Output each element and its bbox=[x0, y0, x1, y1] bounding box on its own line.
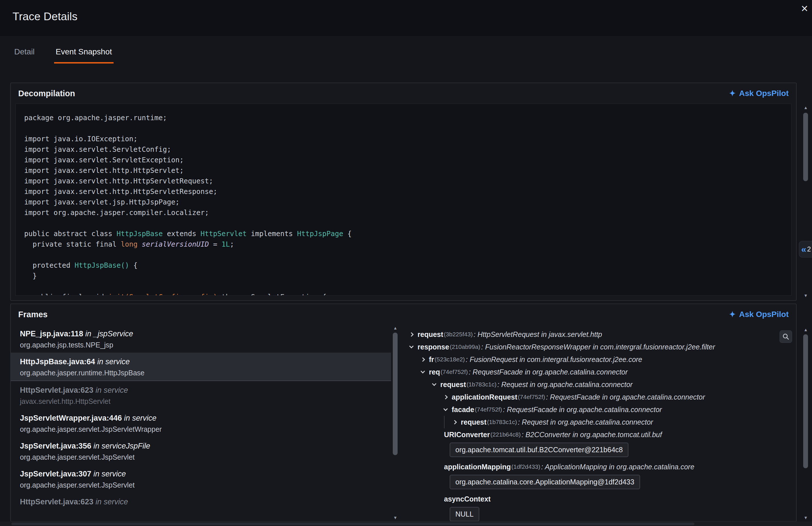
variable-row[interactable]: facade(74ef752f): RequestFacade in org.a… bbox=[400, 403, 796, 416]
scrollbar-thumb[interactable] bbox=[803, 113, 808, 181]
variable-id: (74ef752f) bbox=[518, 394, 545, 400]
code-scrollbar[interactable]: ▲ ▼ bbox=[802, 104, 809, 299]
variable-row: applicationMapping(1df2d433): Applicatio… bbox=[400, 460, 796, 473]
code-line: public abstract class HttpJspBase extend… bbox=[24, 228, 791, 239]
variable-row[interactable]: request(1b783c1c): Request in org.apache… bbox=[400, 378, 796, 391]
frames-scrollbar[interactable]: ▲ ▼ bbox=[391, 325, 400, 521]
variable-value: org.apache.catalina.core.ApplicationMapp… bbox=[450, 475, 640, 489]
code-line: import javax.servlet.ServletConfig; bbox=[24, 144, 791, 155]
frame-location: HttpServlet.java:623 in service bbox=[20, 386, 384, 395]
chevron-right-icon[interactable] bbox=[421, 357, 425, 362]
variable-row[interactable]: response(210ab99a): FusionReactorRespons… bbox=[400, 341, 796, 353]
search-icon bbox=[782, 333, 789, 340]
variable-type-description: : ApplicationMapping in org.apache.catal… bbox=[541, 463, 694, 471]
code-viewer[interactable]: package org.apache.jasper.runtime; impor… bbox=[15, 104, 792, 296]
variable-row[interactable]: req(74ef752f): RequestFacade in org.apac… bbox=[400, 366, 796, 378]
frame-location: JspServletWrapper.java:446 in service bbox=[20, 413, 384, 423]
frame-package: javax.servlet.http.HttpServlet bbox=[20, 397, 384, 406]
scrollbar-thumb[interactable] bbox=[393, 332, 397, 455]
frame-method: in service bbox=[93, 498, 128, 506]
frame-package: org.apache.jasper.servlet.JspServletWrap… bbox=[20, 425, 384, 433]
chevron-down-icon[interactable] bbox=[421, 369, 425, 374]
variable-name: applicationRequest bbox=[452, 393, 518, 401]
variable-type-description: : B2CConverter in org.apache.tomcat.util… bbox=[521, 431, 662, 439]
variable-type-description: : RequestFacade in org.apache.catalina.c… bbox=[503, 406, 662, 414]
scroll-up-icon[interactable]: ▲ bbox=[802, 326, 809, 333]
frame-method: in _jspService bbox=[83, 329, 133, 338]
tab-detail[interactable]: Detail bbox=[13, 45, 37, 63]
variable-value: org.apache.tomcat.util.buf.B2CConverter@… bbox=[450, 443, 628, 457]
ask-opspilot-button[interactable]: ✦ Ask OpsPilot bbox=[729, 89, 789, 98]
frame-file: JspServlet.java:307 bbox=[20, 470, 91, 478]
tab-bar: Detail Event Snapshot bbox=[13, 45, 114, 63]
frames-panel-header: Frames ✦ Ask OpsPilot bbox=[11, 304, 796, 325]
variable-name: fr bbox=[429, 355, 434, 364]
variable-type-description: : RequestFacade in org.apache.catalina.c… bbox=[469, 368, 628, 376]
code-block: package org.apache.jasper.runtime; impor… bbox=[16, 104, 791, 296]
variables-rows: request(3b225f43): HttpServletRequest in… bbox=[400, 328, 796, 521]
search-button[interactable] bbox=[780, 330, 792, 343]
variable-type-description: : HttpServletRequest in javax.servlet.ht… bbox=[474, 330, 602, 339]
frame-file: HttpJspBase.java:64 bbox=[20, 357, 95, 366]
code-line: import javax.servlet.http.HttpServlet; bbox=[24, 165, 791, 176]
code-line: private static final long serialVersionU… bbox=[24, 239, 791, 250]
code-line bbox=[24, 250, 791, 260]
frame-file: HttpServlet.java:623 bbox=[20, 386, 93, 395]
chevron-down-icon[interactable] bbox=[432, 382, 437, 386]
variable-row[interactable]: request(3b225f43): HttpServletRequest in… bbox=[400, 328, 796, 341]
frame-row[interactable]: HttpServlet.java:623 in service bbox=[11, 493, 391, 510]
tab-event-snapshot[interactable]: Event Snapshot bbox=[54, 45, 114, 63]
ask-opspilot-label: Ask OpsPilot bbox=[739, 89, 789, 98]
collapse-badge: 2 bbox=[807, 245, 811, 253]
scroll-down-icon[interactable]: ▼ bbox=[802, 514, 809, 521]
horizontal-scrollbar[interactable] bbox=[0, 522, 812, 526]
frame-row[interactable]: JspServlet.java:356 in serviceJspFileorg… bbox=[11, 437, 391, 465]
decompilation-title: Decompilation bbox=[18, 89, 75, 98]
frame-file: NPE_jsp.java:118 bbox=[20, 329, 83, 338]
variable-row[interactable]: fr(523c18e2): FusionRequest in com.inter… bbox=[400, 353, 796, 366]
variable-value-row: org.apache.catalina.core.ApplicationMapp… bbox=[400, 475, 796, 489]
chevron-right-icon[interactable] bbox=[444, 395, 448, 399]
frames-title: Frames bbox=[18, 310, 47, 319]
frame-row[interactable]: HttpServlet.java:623 in servicejavax.ser… bbox=[11, 381, 391, 409]
variable-row[interactable]: request(1b783c1c): Request in org.apache… bbox=[400, 416, 796, 428]
variable-row[interactable]: applicationRequest(74ef752f): RequestFac… bbox=[400, 391, 796, 403]
variables-scrollbar[interactable]: ▲ ▼ bbox=[802, 326, 809, 521]
frame-row[interactable]: JspServlet.java:307 in serviceorg.apache… bbox=[11, 465, 391, 493]
frame-file: HttpServlet.java:623 bbox=[20, 498, 93, 506]
scrollbar-thumb[interactable] bbox=[11, 523, 694, 525]
variable-id: (1df2d433) bbox=[511, 463, 540, 470]
variable-name: request bbox=[461, 418, 487, 426]
scroll-down-icon[interactable]: ▼ bbox=[802, 292, 809, 299]
code-line bbox=[24, 123, 791, 133]
variable-type-description: : Request in org.apache.catalina.connect… bbox=[518, 418, 653, 426]
chevron-right-icon[interactable] bbox=[409, 332, 414, 337]
frames-list: NPE_jsp.java:118 in _jspServiceorg.apach… bbox=[11, 325, 391, 521]
code-line: import javax.servlet.jsp.HttpJspPage; bbox=[24, 197, 791, 207]
scroll-up-icon[interactable]: ▲ bbox=[392, 325, 399, 331]
frame-package: org.apache.jasper.servlet.JspServlet bbox=[20, 453, 384, 461]
scroll-up-icon[interactable]: ▲ bbox=[802, 104, 809, 111]
sparkles-icon: ✦ bbox=[729, 89, 736, 98]
variable-id: (3b225f43) bbox=[444, 331, 473, 338]
frame-method: in service bbox=[93, 386, 128, 395]
frame-row[interactable]: HttpJspBase.java:64 in serviceorg.apache… bbox=[11, 353, 391, 381]
scroll-down-icon[interactable]: ▼ bbox=[392, 514, 399, 521]
frame-row[interactable]: NPE_jsp.java:118 in _jspServiceorg.apach… bbox=[11, 325, 391, 353]
ask-opspilot-button[interactable]: ✦ Ask OpsPilot bbox=[729, 310, 789, 319]
frame-location: JspServlet.java:356 in serviceJspFile bbox=[20, 441, 384, 451]
collapse-panel-button[interactable]: « 2 bbox=[799, 241, 812, 257]
chevron-down-icon[interactable] bbox=[409, 344, 414, 349]
variable-value-row: NULL bbox=[400, 507, 796, 521]
scrollbar-thumb[interactable] bbox=[803, 334, 808, 468]
code-line: public final void init(ServletConfig con… bbox=[24, 292, 791, 296]
frame-package: org.apache.jasper.servlet.JspServlet bbox=[20, 481, 384, 489]
code-line: import org.apache.jasper.compiler.Locali… bbox=[24, 207, 791, 218]
chevron-down-icon[interactable] bbox=[444, 407, 448, 411]
chevron-right-icon[interactable] bbox=[452, 420, 457, 424]
code-line: import javax.servlet.http.HttpServletRes… bbox=[24, 186, 791, 197]
frame-row[interactable]: JspServletWrapper.java:446 in serviceorg… bbox=[11, 409, 391, 437]
variable-name: applicationMapping bbox=[444, 463, 511, 471]
frame-location: HttpServlet.java:623 in service bbox=[20, 497, 384, 506]
close-icon[interactable]: × bbox=[801, 0, 808, 17]
